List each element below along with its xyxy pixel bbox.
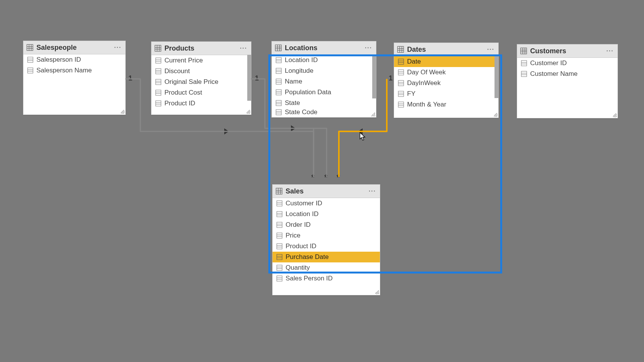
diagram-canvas[interactable]: 1 1 1 * * * Salespeople ··· Salesperson … — [0, 0, 644, 362]
relationships-layer — [0, 0, 644, 362]
